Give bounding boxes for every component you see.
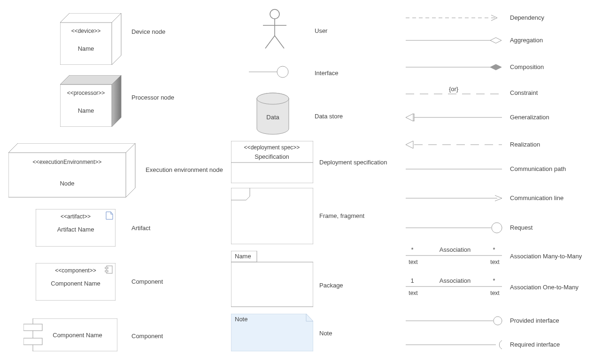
svg-rect-14: [107, 266, 112, 273]
processor-name: Name: [78, 107, 94, 114]
device-stereotype: <<device>>: [71, 28, 101, 34]
interface-caption: Interface: [315, 70, 339, 77]
assoc-mm-caption: Association Many-to-Many: [510, 253, 582, 260]
comm-line: [406, 194, 504, 202]
note-text: Note: [235, 316, 247, 323]
package-shape: Name: [231, 251, 313, 307]
svg-rect-18: [23, 324, 42, 331]
constraint-line: {or}: [406, 85, 504, 98]
processor-node-caption: Processor node: [131, 94, 174, 101]
assoc-mm-rtext: text: [490, 259, 500, 265]
request-caption: Request: [510, 224, 532, 231]
assoc-mm-lmult: *: [411, 246, 413, 253]
data-store-shape: Data: [256, 92, 290, 137]
realization-line: [406, 140, 504, 149]
processor-stereotype: <<processor>>: [67, 90, 105, 96]
svg-point-26: [277, 66, 288, 77]
composition-line: [406, 63, 504, 71]
deploy-spec-name: Specification: [255, 153, 289, 160]
svg-marker-5: [60, 75, 121, 85]
component1-stereotype: <<component>>: [55, 267, 96, 274]
user-shape: [258, 8, 291, 51]
component1-caption: Component: [131, 278, 163, 285]
component-shape-2: Component Name: [23, 318, 117, 351]
artifact-stereotype: <<artifact>>: [61, 213, 91, 220]
device-node-shape: <<device>> Name: [60, 13, 126, 65]
component1-name: Component Name: [51, 280, 100, 287]
exec-env-node-shape: <<executionEnvironment>> Node: [8, 143, 140, 200]
aggregation-line: [406, 37, 504, 44]
assoc-om-lmult: 1: [410, 277, 414, 284]
generalization-caption: Generalization: [510, 114, 549, 121]
interface-shape: [249, 65, 291, 79]
assoc-mm: * Association * text text: [406, 245, 504, 267]
svg-line-24: [275, 36, 284, 48]
device-node-caption: Device node: [131, 28, 165, 35]
dependency-caption: Dependency: [510, 14, 544, 21]
required-caption: Required interface: [510, 341, 560, 348]
assoc-mm-label: Association: [440, 246, 471, 253]
provided-interface-line: [406, 316, 504, 326]
svg-point-28: [257, 93, 289, 104]
svg-rect-16: [105, 271, 108, 272]
assoc-om-label: Association: [440, 277, 471, 284]
constraint-caption: Constraint: [510, 89, 538, 96]
svg-point-43: [492, 223, 502, 233]
assoc-om-rmult: *: [493, 277, 495, 284]
required-interface-line: [406, 340, 504, 350]
data-store-name: Data: [266, 114, 279, 121]
data-store-caption: Data store: [315, 113, 343, 120]
dependency-line: [406, 14, 504, 22]
assoc-om-rtext: text: [490, 290, 500, 296]
provided-caption: Provided interface: [510, 317, 559, 324]
comm-path-line: [406, 167, 504, 171]
component2-caption: Component: [131, 333, 163, 340]
composition-caption: Composition: [510, 63, 544, 70]
svg-line-23: [265, 36, 275, 48]
svg-rect-19: [23, 338, 42, 345]
note-caption: Note: [319, 330, 332, 337]
deploy-spec-stereotype: <<deployment spec>>: [244, 144, 300, 151]
svg-marker-8: [8, 143, 135, 197]
exec-env-name: Node: [60, 180, 74, 187]
artifact-shape: <<artifact>> Artifact Name: [36, 209, 116, 247]
device-name: Name: [78, 45, 94, 52]
deploy-spec-caption: Deployment specification: [319, 159, 387, 166]
exec-env-stereotype: <<executionEnvironment>>: [33, 159, 102, 165]
assoc-mm-rmult: *: [493, 246, 495, 253]
aggregation-caption: Aggregation: [510, 37, 543, 44]
svg-rect-15: [105, 267, 108, 269]
exec-env-caption: Execution environment node: [146, 166, 223, 173]
generalization-line: [406, 113, 504, 122]
note-shape: Note: [231, 314, 313, 351]
assoc-om-ltext: text: [409, 290, 418, 296]
svg-marker-6: [112, 75, 121, 127]
svg-rect-33: [231, 262, 313, 307]
deploy-spec-shape: <<deployment spec>> Specification: [231, 141, 313, 183]
user-caption: User: [315, 27, 327, 34]
svg-point-20: [270, 9, 279, 19]
assoc-om-caption: Association One-to-Many: [510, 284, 579, 291]
frame-shape: [231, 188, 313, 244]
assoc-mm-ltext: text: [409, 259, 418, 265]
svg-point-47: [494, 317, 502, 325]
assoc-om: 1 Association * text text: [406, 276, 504, 298]
artifact-name: Artifact Name: [57, 226, 94, 233]
realization-caption: Realization: [510, 141, 540, 148]
component2-name: Component Name: [53, 332, 102, 339]
comm-line-caption: Communication line: [510, 194, 563, 201]
comm-path-caption: Communication path: [510, 165, 566, 172]
component-shape-1: <<component>> Component Name: [36, 263, 116, 301]
artifact-caption: Artifact: [131, 225, 150, 232]
package-caption: Package: [319, 282, 343, 289]
package-tab: Name: [235, 253, 251, 260]
processor-node-shape: <<processor>> Name: [60, 75, 126, 127]
frame-caption: Frame, fragment: [319, 212, 364, 219]
request-line: [406, 222, 504, 233]
constraint-text: {or}: [449, 85, 459, 93]
